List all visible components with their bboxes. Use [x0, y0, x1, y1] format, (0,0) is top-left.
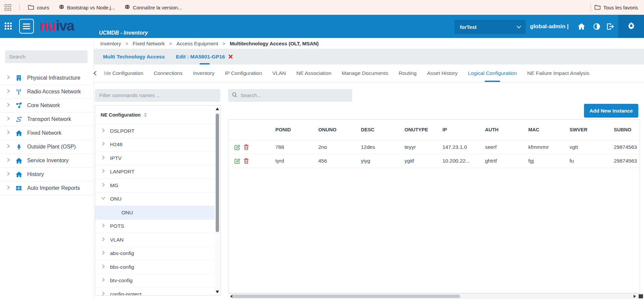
- tab-edit-ma5801-gp16[interactable]: Edit : MA5801-GP16: [176, 49, 233, 65]
- tree-item-vlan[interactable]: VLAN: [95, 233, 220, 247]
- tab-ne-association[interactable]: NE Association: [297, 65, 331, 82]
- sidebar-item-label: Service Inventory: [27, 158, 69, 164]
- sidebar-menu: Physical Infrastructure Radio Access Net…: [0, 71, 94, 195]
- scroll-down-icon[interactable]: [216, 291, 219, 293]
- tree-item-lanport[interactable]: LANPORT: [95, 165, 220, 179]
- chevron-right-icon: [101, 291, 106, 296]
- waffle-menu-icon[interactable]: [5, 23, 12, 30]
- folder-icon: [594, 4, 601, 11]
- breadcrumb-access-equipment[interactable]: Access Equipment: [176, 41, 218, 46]
- col-header-subno: SUBNO: [614, 120, 640, 140]
- close-icon[interactable]: [228, 54, 233, 59]
- nuiva-logo: nuiva: [40, 17, 74, 34]
- tree-item-config-protect[interactable]: config-protect: [95, 288, 220, 296]
- tree-item-pots[interactable]: POTS: [95, 220, 220, 233]
- bookmark-connaitre[interactable]: Connaître la version...: [124, 4, 182, 11]
- sort-icon[interactable]: [144, 113, 147, 117]
- sidebar-item-auto-importer-reports[interactable]: Auto Importer Reports: [0, 181, 94, 195]
- tab-inventory[interactable]: Inventory: [193, 65, 214, 82]
- table-cell: 29874563: [614, 140, 640, 154]
- chevron-right-icon: [6, 185, 11, 191]
- bookmark-bootstrap[interactable]: Bootstrap vs Node.j...: [59, 4, 115, 11]
- tab-vlan[interactable]: VLAN: [272, 65, 286, 82]
- tree-item-iptv[interactable]: IPTV: [95, 152, 220, 165]
- tree-icon: [14, 143, 23, 150]
- tab-logical-configuration[interactable]: Logical Configuration: [468, 65, 517, 82]
- edit-icon[interactable]: [234, 144, 240, 150]
- chevron-right-icon: [6, 130, 11, 136]
- sidebar-item-transport-network[interactable]: Transport Network: [0, 113, 94, 126]
- tab-connections[interactable]: Connections: [154, 65, 182, 82]
- table-cell: 456: [318, 154, 361, 168]
- scope-dropdown[interactable]: forTest: [454, 20, 526, 34]
- sidebar-item-service-inventory[interactable]: Service Inventory: [0, 154, 94, 168]
- home-icon[interactable]: [577, 15, 586, 38]
- col-header-actions: [228, 120, 275, 140]
- tree-item-onu-child-selected[interactable]: ONU: [95, 206, 220, 220]
- tab-cable-configuration[interactable]: ble Configuration: [104, 65, 143, 82]
- tree-header[interactable]: NE Configuration: [95, 105, 220, 124]
- table-cell: 147.23.1.0: [442, 140, 485, 154]
- logout-icon[interactable]: [606, 15, 614, 38]
- scope-dropdown-value: forTest: [460, 24, 477, 30]
- col-header-swver: SWVER: [570, 120, 614, 140]
- scroll-up-icon[interactable]: [216, 108, 219, 110]
- sidebar-item-history[interactable]: History: [0, 168, 94, 181]
- add-new-instance-button[interactable]: Add New Instance: [584, 104, 638, 118]
- tree-item-label: config-protect: [110, 291, 142, 296]
- bookmark-label: cours: [37, 5, 49, 10]
- tab-multi-technology-access[interactable]: Multi Technology Access: [103, 49, 165, 65]
- tab-ne-failure-impact-analysis[interactable]: NE Failure Impact Analysis: [527, 65, 589, 82]
- contrast-icon[interactable]: [593, 15, 600, 38]
- tree-item-onu[interactable]: ONU: [95, 193, 220, 206]
- delete-icon[interactable]: [244, 158, 249, 164]
- tab-manage-documents[interactable]: Manage Documents: [342, 65, 388, 82]
- tree-item-abs-config[interactable]: abs-config: [95, 247, 220, 261]
- bookmark-cours[interactable]: cours: [28, 4, 49, 11]
- tree-item-h248[interactable]: H248: [95, 138, 220, 152]
- tree-item-bbs-config[interactable]: bbs-config: [95, 260, 220, 274]
- tab-ip-configuration[interactable]: IP Configuration: [225, 65, 262, 82]
- sidebar-item-outside-plant[interactable]: Outside Plant (OSP): [0, 140, 94, 154]
- all-favorites-label: Tous les favoris: [603, 5, 638, 10]
- sidebar-item-radio-access-network[interactable]: Radio Access Network: [0, 85, 94, 99]
- chevron-right-icon: [101, 264, 106, 270]
- sidebar-search-input[interactable]: [5, 50, 88, 63]
- sidebar-item-fixed-network[interactable]: Fixed Network: [0, 126, 94, 140]
- tabs-scroll-left-icon[interactable]: [93, 65, 98, 82]
- tree-item-dslport[interactable]: DSLPORT: [95, 124, 220, 138]
- sidebar-item-label: History: [27, 171, 44, 177]
- instances-table: PONID ONUNO DESC ONUTYPE IP AUTH MAC SWV…: [228, 120, 640, 168]
- tree-item-btv-config[interactable]: btv-config: [95, 274, 220, 288]
- commands-filter: [95, 89, 220, 102]
- chevron-right-icon: [101, 250, 106, 257]
- tab-asset-history[interactable]: Asset History: [427, 65, 458, 82]
- chevron-right-icon: [101, 155, 106, 162]
- commands-filter-input[interactable]: [95, 89, 220, 102]
- tab-routing[interactable]: Routing: [398, 65, 416, 82]
- settings-button[interactable]: [618, 15, 644, 38]
- chevron-right-icon: [6, 143, 11, 150]
- edit-icon[interactable]: [234, 158, 240, 164]
- breadcrumb-inventory[interactable]: Inventory: [100, 41, 121, 46]
- chevron-right-icon: [6, 102, 11, 109]
- hamburger-menu-button[interactable]: [19, 19, 34, 34]
- col-header-auth: AUTH: [485, 120, 528, 140]
- search-icon: [232, 92, 237, 99]
- logical-configuration-content: Add New Instance NE Configuration DSLPOR…: [94, 82, 644, 299]
- chevron-right-icon: [6, 88, 11, 95]
- horizontal-scrollbar[interactable]: [229, 293, 644, 299]
- delete-icon[interactable]: [244, 144, 249, 150]
- apps-grid-icon[interactable]: [5, 4, 11, 11]
- tree-item-mg[interactable]: MG: [95, 179, 220, 193]
- scroll-right-icon[interactable]: [634, 295, 636, 298]
- sidebar-item-physical-infrastructure[interactable]: Physical Infrastructure: [0, 71, 94, 85]
- table-cell: vgtt: [570, 140, 614, 154]
- scrollbar-thumb[interactable]: [232, 295, 460, 298]
- instance-search-input[interactable]: [240, 92, 348, 98]
- breadcrumb-fixed-network[interactable]: Fixed Network: [132, 41, 165, 46]
- scrollbar-thumb[interactable]: [216, 114, 219, 232]
- all-favorites-button[interactable]: Tous les favoris: [594, 4, 638, 11]
- tree-scrollbar[interactable]: [215, 105, 220, 295]
- sidebar-item-core-network[interactable]: Core Network: [0, 99, 94, 113]
